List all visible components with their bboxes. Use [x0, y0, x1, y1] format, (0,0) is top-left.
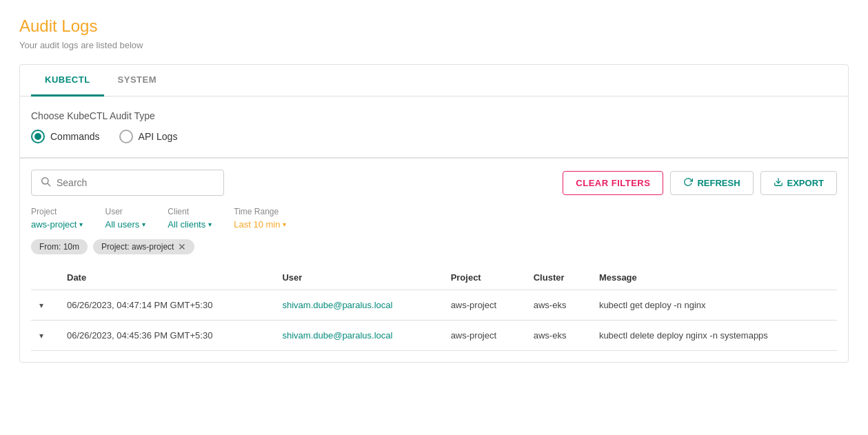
tab-kubectl[interactable]: KUBECTL — [31, 65, 104, 97]
col-expand — [31, 265, 59, 290]
col-user: User — [274, 265, 442, 290]
project-chevron-icon: ▾ — [79, 221, 83, 228]
search-icon — [40, 176, 51, 190]
active-filters: From: 10m Project: aws-project ✕ — [31, 239, 837, 254]
radio-commands[interactable]: Commands — [31, 130, 100, 143]
expand-row-1-icon[interactable]: ▾ — [39, 301, 43, 310]
refresh-icon — [683, 177, 693, 189]
export-label: EXPORT — [787, 178, 824, 188]
time-range-chevron-icon: ▾ — [283, 221, 286, 228]
chip-from: From: 10m — [31, 239, 88, 254]
radio-commands-circle — [31, 130, 45, 143]
filters-section: CLEAR FILTERS REFRESH — [20, 158, 848, 362]
filter-user-value[interactable]: All users ▾ — [105, 219, 145, 230]
filter-project-label: Project — [31, 207, 83, 216]
tab-content-kubectl: Choose KubeCTL Audit Type Commands API L… — [20, 97, 848, 157]
row-1-cluster: aws-eks — [525, 290, 591, 321]
row-1-user-link[interactable]: shivam.dube@paralus.local — [282, 300, 392, 310]
filter-user: User All users ▾ — [105, 207, 145, 230]
tabs-header: KUBECTL SYSTEM — [20, 65, 848, 97]
row-2-message: kubectl delete deploy nginx -n systemapp… — [591, 321, 837, 351]
row-1-user: shivam.dube@paralus.local — [274, 290, 442, 321]
row-2-project: aws-project — [443, 321, 525, 351]
table-body: ▾ 06/26/2023, 04:47:14 PM GMT+5:30 shiva… — [31, 290, 837, 351]
radio-commands-label: Commands — [50, 131, 100, 142]
filter-client-label: Client — [168, 207, 212, 216]
radio-api-logs-circle — [119, 130, 133, 143]
user-chevron-icon: ▾ — [142, 221, 145, 228]
filter-time-range-value[interactable]: Last 10 min ▾ — [234, 219, 286, 230]
client-chevron-icon: ▾ — [208, 221, 212, 228]
row-1-project: aws-project — [443, 290, 525, 321]
col-project: Project — [443, 265, 525, 290]
radio-api-logs-label: API Logs — [139, 131, 178, 142]
clear-filters-button[interactable]: CLEAR FILTERS — [563, 171, 663, 195]
table-row: ▾ 06/26/2023, 04:47:14 PM GMT+5:30 shiva… — [31, 290, 837, 321]
filter-time-range: Time Range Last 10 min ▾ — [234, 207, 286, 230]
audit-type-label: Choose KubeCTL Audit Type — [31, 110, 837, 121]
expand-row-2-icon[interactable]: ▾ — [39, 331, 43, 341]
row-2-cluster: aws-eks — [525, 321, 591, 351]
search-and-actions: CLEAR FILTERS REFRESH — [31, 170, 837, 196]
row-2-date: 06/26/2023, 04:45:36 PM GMT+5:30 — [59, 321, 274, 351]
export-button[interactable]: EXPORT — [760, 171, 837, 195]
svg-line-1 — [48, 183, 50, 186]
table-row: ▾ 06/26/2023, 04:45:36 PM GMT+5:30 shiva… — [31, 321, 837, 351]
tabs-container: KUBECTL SYSTEM Choose KubeCTL Audit Type… — [19, 64, 849, 363]
refresh-label: REFRESH — [697, 178, 740, 188]
search-box — [31, 170, 224, 196]
table-header: Date User Project Cluster Message — [31, 265, 837, 290]
radio-group: Commands API Logs — [31, 130, 837, 143]
row-2-user-link[interactable]: shivam.dube@paralus.local — [282, 330, 392, 341]
row-2-user: shivam.dube@paralus.local — [274, 321, 442, 351]
filter-project-value[interactable]: aws-project ▾ — [31, 219, 83, 230]
filter-user-label: User — [105, 207, 145, 216]
col-cluster: Cluster — [525, 265, 591, 290]
filter-client: Client All clients ▾ — [168, 207, 212, 230]
search-input[interactable] — [57, 177, 215, 188]
row-1-message: kubectl get deploy -n nginx — [591, 290, 837, 321]
filter-time-range-label: Time Range — [234, 207, 286, 216]
chip-project-close-icon[interactable]: ✕ — [178, 242, 186, 252]
chip-project-label: Project: aws-project — [101, 242, 174, 252]
action-buttons: CLEAR FILTERS REFRESH — [563, 171, 837, 195]
page-title: Audit Logs — [19, 17, 849, 36]
col-date: Date — [59, 265, 274, 290]
refresh-button[interactable]: REFRESH — [670, 171, 753, 195]
col-message: Message — [591, 265, 837, 290]
tab-system[interactable]: SYSTEM — [104, 65, 170, 97]
export-icon — [774, 177, 783, 189]
page-subtitle: Your audit logs are listed below — [19, 40, 849, 50]
chip-project: Project: aws-project ✕ — [93, 239, 194, 254]
chip-from-label: From: 10m — [39, 242, 79, 252]
filter-project: Project aws-project ▾ — [31, 207, 83, 230]
row-1-date: 06/26/2023, 04:47:14 PM GMT+5:30 — [59, 290, 274, 321]
audit-log-table: Date User Project Cluster Message ▾ 06/2… — [31, 265, 837, 351]
filter-client-value[interactable]: All clients ▾ — [168, 219, 212, 230]
radio-api-logs[interactable]: API Logs — [119, 130, 178, 143]
dropdown-filters: Project aws-project ▾ User All users ▾ C… — [31, 207, 837, 230]
